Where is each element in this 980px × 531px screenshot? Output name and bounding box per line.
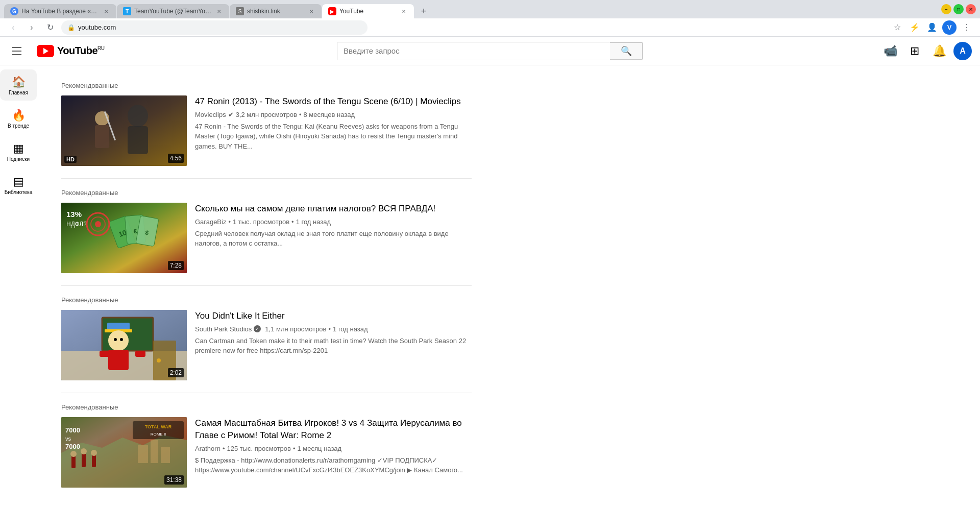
channel-name-4[interactable]: Arathorn bbox=[195, 445, 220, 452]
youtube-logo-icon bbox=[37, 45, 54, 57]
dot-1: • bbox=[299, 111, 302, 118]
svg-rect-37 bbox=[92, 454, 96, 467]
sidebar-item-library[interactable]: ▤ Библиотека bbox=[0, 169, 37, 200]
apps-grid-button[interactable]: ⊞ bbox=[904, 41, 925, 61]
video-title-4[interactable]: Самая Масштабная Битва Игроков! 3 vs 4 З… bbox=[195, 417, 472, 442]
dot-4: • bbox=[293, 445, 296, 452]
video-meta-1: Movieclips ✔ 3,2 млн просмотров • 8 меся… bbox=[195, 111, 472, 118]
hamburger-menu-button[interactable] bbox=[8, 41, 29, 61]
video-thumb-1[interactable]: HD 4:56 bbox=[61, 95, 187, 166]
chrome-profile-avatar[interactable]: V bbox=[942, 20, 957, 35]
youtube-logo[interactable]: YouTubeRU bbox=[37, 45, 105, 57]
minimize-button[interactable]: − bbox=[941, 4, 951, 14]
tab3-favicon: S bbox=[236, 7, 244, 15]
svg-text:ROME II: ROME II bbox=[151, 432, 166, 437]
search-button[interactable]: 🔍 bbox=[610, 42, 643, 60]
channel-name-2[interactable]: GarageBiz bbox=[195, 218, 226, 226]
address-text: youtube.com bbox=[78, 23, 361, 31]
library-icon: ▤ bbox=[13, 176, 24, 187]
hamburger-line bbox=[12, 54, 21, 55]
address-bar[interactable]: 🔒 youtube.com bbox=[61, 20, 368, 35]
video-title-1[interactable]: 47 Ronin (2013) - The Swords of the Teng… bbox=[195, 95, 472, 108]
svg-text:TOTAL WAR: TOTAL WAR bbox=[145, 424, 172, 429]
content-area: Рекомендованные bbox=[37, 65, 496, 531]
profile-accounts-icon[interactable]: 👤 bbox=[925, 20, 939, 35]
youtube-app: YouTubeRU 🔍 📹 ⊞ 🔔 A 🏠 Главная 🔥 В т bbox=[0, 37, 980, 531]
verified-icon-3: ✓ bbox=[254, 325, 261, 332]
svg-point-38 bbox=[91, 450, 97, 456]
video-title-3[interactable]: You Didn't Like It Either bbox=[195, 310, 472, 322]
forward-button[interactable]: › bbox=[24, 20, 39, 35]
browser-toolbar-right: ☆ ⚡ 👤 V ⋮ bbox=[890, 20, 974, 35]
divider-1 bbox=[61, 178, 472, 179]
svg-text:vs: vs bbox=[65, 436, 71, 442]
sidebar-item-trending[interactable]: 🔥 В тренде bbox=[0, 103, 37, 134]
svg-point-27 bbox=[114, 338, 117, 341]
sidebar-item-home[interactable]: 🏠 Главная bbox=[0, 69, 37, 101]
header-left: YouTubeRU bbox=[8, 41, 110, 61]
tab1-close[interactable]: ✕ bbox=[102, 7, 110, 15]
browser-tab-3[interactable]: S shishkin.link ✕ bbox=[230, 4, 322, 18]
browser-tab-4[interactable]: ▶ YouTube ✕ bbox=[322, 4, 414, 18]
svg-text:13%: 13% bbox=[66, 210, 82, 219]
separator-1: ✔ bbox=[228, 111, 234, 118]
svg-rect-46 bbox=[151, 440, 158, 463]
new-tab-button[interactable]: + bbox=[416, 4, 431, 18]
svg-point-34 bbox=[70, 451, 77, 457]
lock-icon: 🔒 bbox=[67, 24, 75, 31]
svg-rect-2 bbox=[95, 125, 109, 148]
video-info-3: You Didn't Like It Either South Park Stu… bbox=[195, 310, 472, 380]
upload-video-button[interactable]: 📹 bbox=[880, 41, 900, 61]
video-meta-2: GarageBiz • 1 тыс. просмотров • 1 год на… bbox=[195, 218, 472, 226]
video-duration-2: 7:28 bbox=[168, 261, 184, 270]
tab4-close[interactable]: ✕ bbox=[400, 7, 408, 15]
tab2-title: TeamYouTube (@TeamYouTu... bbox=[134, 8, 212, 15]
close-button[interactable]: ✕ bbox=[966, 4, 976, 14]
reload-button[interactable]: ↻ bbox=[43, 20, 57, 35]
video-duration-1: 4:56 bbox=[168, 154, 184, 163]
video-desc-4: $ Поддержка - http://www.donationalerts.… bbox=[195, 455, 472, 475]
dot-3: • bbox=[329, 325, 331, 333]
video-thumb-3[interactable]: 2:02 bbox=[61, 310, 187, 380]
tab2-close[interactable]: ✕ bbox=[215, 7, 223, 15]
tab4-favicon: ▶ bbox=[328, 7, 336, 15]
menu-icon[interactable]: ⋮ bbox=[960, 20, 974, 35]
youtube-header: YouTubeRU 🔍 📹 ⊞ 🔔 A bbox=[0, 37, 980, 65]
sidebar-subscriptions-label: Подписки bbox=[7, 156, 30, 162]
video-desc-3: Can Cartman and Token make it to their m… bbox=[195, 336, 472, 356]
sidebar-home-label: Главная bbox=[9, 90, 28, 95]
video-thumb-4[interactable]: 7000 vs 7000 TOTAL WAR ROME II 31:38 bbox=[61, 417, 187, 488]
search-input[interactable] bbox=[337, 42, 610, 60]
channel-name-1[interactable]: Movieclips bbox=[195, 111, 226, 118]
notifications-button[interactable]: 🔔 bbox=[929, 41, 949, 61]
time-ago-3: 1 год назад bbox=[333, 325, 368, 333]
bookmark-star-icon[interactable]: ☆ bbox=[890, 20, 904, 35]
video-title-2[interactable]: Сколько мы на самом деле платим налогов?… bbox=[195, 203, 472, 215]
video-info-4: Самая Масштабная Битва Игроков! 3 vs 4 З… bbox=[195, 417, 472, 488]
video-duration-4: 31:38 bbox=[164, 475, 184, 485]
video-thumb-2[interactable]: 10 € $ 13% НДФЛ? bbox=[61, 203, 187, 273]
browser-chrome: G На YouTube В разделе «Главна... ✕ T Te… bbox=[0, 0, 980, 37]
svg-rect-35 bbox=[82, 453, 86, 467]
svg-rect-25 bbox=[100, 351, 110, 357]
section3-label: Рекомендованные bbox=[61, 296, 472, 304]
browser-tab-1[interactable]: G На YouTube В разделе «Главна... ✕ bbox=[4, 4, 116, 18]
svg-rect-33 bbox=[71, 455, 76, 468]
header-center: 🔍 bbox=[110, 42, 870, 60]
maximize-button[interactable]: □ bbox=[953, 4, 964, 14]
back-button[interactable]: ‹ bbox=[6, 20, 20, 35]
extensions-icon[interactable]: ⚡ bbox=[908, 20, 922, 35]
tab2-favicon: T bbox=[123, 7, 131, 15]
sidebar-item-subscriptions[interactable]: ▦ Подписки bbox=[0, 136, 37, 167]
trending-icon: 🔥 bbox=[12, 110, 26, 121]
main-layout: 🏠 Главная 🔥 В тренде ▦ Подписки ▤ Библио… bbox=[0, 65, 980, 531]
svg-rect-5 bbox=[128, 126, 148, 154]
home-icon: 🏠 bbox=[12, 77, 26, 88]
tab3-close[interactable]: ✕ bbox=[307, 7, 315, 15]
sidebar-trending-label: В тренде bbox=[8, 123, 29, 129]
user-avatar-button[interactable]: A bbox=[953, 42, 972, 60]
header-right: 📹 ⊞ 🔔 A bbox=[870, 41, 972, 61]
video-item-2: 10 € $ 13% НДФЛ? bbox=[61, 203, 472, 273]
channel-name-3[interactable]: South Park Studios bbox=[195, 325, 252, 333]
browser-tab-2[interactable]: T TeamYouTube (@TeamYouTu... ✕ bbox=[117, 4, 229, 18]
